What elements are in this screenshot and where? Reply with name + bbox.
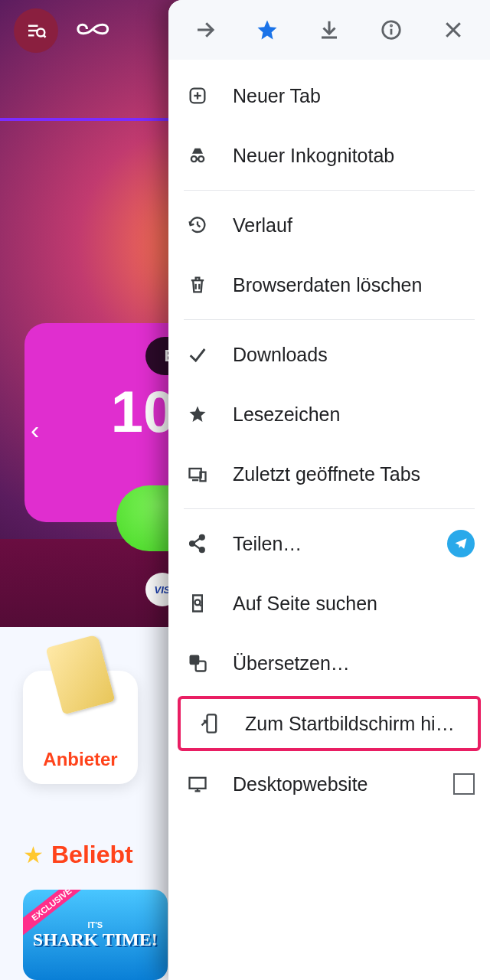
menu-item-translate[interactable]: Übersetzen… bbox=[168, 633, 490, 693]
browser-menu-toolbar bbox=[168, 0, 490, 60]
svg-rect-36 bbox=[190, 778, 206, 789]
menu-label: Zum Startbildschirm hinz… bbox=[245, 713, 462, 735]
menu-label: Neuer Inkognitotab bbox=[233, 145, 475, 167]
site-logo[interactable] bbox=[75, 18, 122, 44]
menu-label: Zuletzt geöffnete Tabs bbox=[233, 463, 475, 485]
history-icon bbox=[187, 214, 208, 236]
category-card-providers[interactable]: Anbieter bbox=[23, 671, 138, 784]
info-icon bbox=[380, 18, 403, 41]
menu-separator bbox=[184, 319, 475, 320]
menu-item-bookmarks[interactable]: Lesezeichen bbox=[168, 384, 490, 444]
arrow-right-icon bbox=[194, 18, 217, 41]
close-menu-button[interactable] bbox=[440, 17, 466, 43]
menu-item-add-to-home[interactable]: Zum Startbildschirm hinz… bbox=[178, 696, 481, 751]
svg-line-20 bbox=[198, 225, 201, 227]
game-card-sharktime[interactable]: EXCLUSIVE IT'S SHARK TIME! bbox=[23, 890, 168, 980]
menu-label: Downloads bbox=[233, 344, 475, 366]
menu-item-clear-data[interactable]: Browserdaten löschen bbox=[168, 255, 490, 315]
infinity-icon bbox=[75, 18, 122, 41]
menu-label: Teilen… bbox=[233, 533, 426, 555]
trash-icon bbox=[187, 274, 208, 296]
browser-menu-panel: Neuer Tab Neuer Inkognitotab Verlauf Bro… bbox=[168, 0, 490, 980]
svg-rect-33 bbox=[190, 655, 200, 665]
svg-line-32 bbox=[199, 604, 201, 606]
star-icon bbox=[187, 403, 208, 425]
menu-label: Lesezeichen bbox=[233, 403, 475, 426]
menu-item-history[interactable]: Verlauf bbox=[168, 195, 490, 255]
section-title: Beliebt bbox=[51, 841, 133, 869]
menu-separator bbox=[184, 190, 475, 191]
menu-label: Neuer Tab bbox=[233, 85, 475, 107]
svg-point-3 bbox=[37, 29, 44, 37]
forward-button[interactable] bbox=[192, 17, 218, 43]
menu-item-downloads[interactable]: Downloads bbox=[168, 325, 490, 384]
incognito-icon bbox=[187, 145, 208, 166]
translate-icon bbox=[187, 652, 208, 674]
category-label: Anbieter bbox=[43, 749, 117, 770]
telegram-icon bbox=[453, 536, 469, 551]
svg-point-17 bbox=[198, 156, 204, 162]
browser-menu-list: Neuer Tab Neuer Inkognitotab Verlauf Bro… bbox=[168, 60, 490, 980]
download-button[interactable] bbox=[316, 17, 342, 43]
close-icon bbox=[442, 18, 465, 41]
find-in-page-icon bbox=[187, 593, 208, 614]
svg-rect-35 bbox=[207, 714, 217, 732]
menu-item-recent-tabs[interactable]: Zuletzt geöffnete Tabs bbox=[168, 444, 490, 504]
menu-item-new-tab[interactable]: Neuer Tab bbox=[168, 66, 490, 126]
star-icon: ★ bbox=[23, 841, 44, 868]
svg-point-10 bbox=[390, 25, 391, 26]
search-icon bbox=[24, 19, 47, 42]
info-button[interactable] bbox=[378, 17, 404, 43]
menu-label: Auf Seite suchen bbox=[233, 593, 475, 615]
promo-prev-arrow[interactable]: ‹ bbox=[31, 415, 39, 445]
star-filled-icon bbox=[256, 18, 279, 41]
svg-line-29 bbox=[194, 538, 200, 543]
svg-line-30 bbox=[194, 544, 200, 549]
share-icon bbox=[187, 533, 208, 554]
menu-label: Desktopwebsite bbox=[233, 773, 432, 795]
desktop-icon bbox=[187, 773, 208, 795]
svg-rect-25 bbox=[201, 472, 206, 482]
check-icon bbox=[187, 344, 208, 365]
menu-item-incognito[interactable]: Neuer Inkognitotab bbox=[168, 126, 490, 185]
menu-separator bbox=[184, 508, 475, 509]
search-button[interactable] bbox=[14, 8, 58, 53]
desktop-site-checkbox[interactable] bbox=[453, 773, 475, 795]
add-to-home-icon bbox=[199, 713, 220, 734]
game-title: SHARK TIME! bbox=[33, 929, 158, 950]
menu-item-desktop-site[interactable]: Desktopwebsite bbox=[168, 754, 490, 814]
menu-item-find[interactable]: Auf Seite suchen bbox=[168, 573, 490, 633]
menu-label: Verlauf bbox=[233, 214, 475, 237]
svg-point-16 bbox=[191, 156, 197, 162]
devices-icon bbox=[187, 463, 208, 485]
download-icon bbox=[318, 18, 341, 41]
plus-square-icon bbox=[187, 85, 208, 106]
bookmark-star-button[interactable] bbox=[254, 17, 280, 43]
menu-item-share[interactable]: Teilen… bbox=[168, 514, 490, 573]
telegram-share-button[interactable] bbox=[447, 530, 475, 557]
menu-label: Browserdaten löschen bbox=[233, 274, 475, 296]
menu-label: Übersetzen… bbox=[233, 652, 475, 675]
game-subtitle: IT'S bbox=[33, 920, 158, 929]
svg-line-4 bbox=[44, 35, 46, 38]
